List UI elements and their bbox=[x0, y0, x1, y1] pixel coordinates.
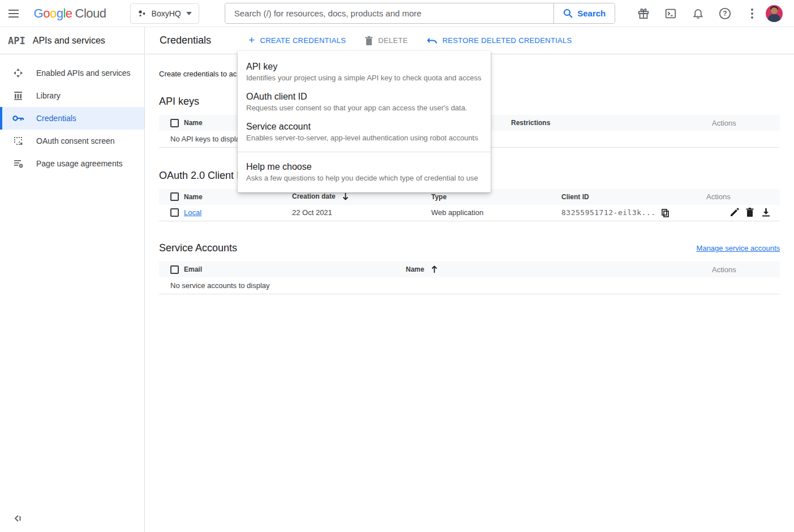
consent-screen-icon bbox=[12, 135, 24, 147]
api-product-logo: API bbox=[8, 35, 25, 46]
more-options-icon[interactable] bbox=[745, 7, 759, 20]
row-actions-cell bbox=[706, 205, 780, 221]
topbar-icons: ? bbox=[637, 7, 759, 20]
menu-item-title: Help me choose bbox=[246, 162, 482, 172]
sidebar-item-label: Library bbox=[36, 91, 61, 100]
menu-item-help-me-choose[interactable]: Help me choose Asks a few questions to h… bbox=[238, 157, 491, 187]
library-icon bbox=[12, 90, 24, 101]
menu-item-api-key[interactable]: API key Identifies your project using a … bbox=[238, 57, 491, 87]
google-cloud-logo[interactable]: Google Cloud bbox=[34, 6, 106, 21]
create-credentials-button[interactable]: + CREATE CREDENTIALS bbox=[248, 35, 346, 46]
svg-text:?: ? bbox=[723, 10, 727, 18]
logo-letter: e bbox=[66, 6, 72, 21]
key-icon bbox=[12, 113, 24, 124]
client-name-cell: Local bbox=[184, 205, 292, 221]
avatar-graphic bbox=[768, 14, 780, 22]
undo-arrow-icon bbox=[427, 37, 437, 45]
sidebar-item-credentials[interactable]: Credentials bbox=[0, 107, 144, 130]
sidebar-item-oauth-consent[interactable]: OAuth consent screen bbox=[0, 130, 144, 152]
row-checkbox[interactable] bbox=[170, 208, 179, 217]
client-id-cell: 83255951712-eil3k... bbox=[561, 205, 706, 221]
plus-icon: + bbox=[248, 35, 255, 45]
sidebar-item-label: OAuth consent screen bbox=[36, 136, 115, 145]
menu-item-description: Enables server-to-server, app-level auth… bbox=[246, 134, 482, 142]
top-bar: Google Cloud BoxyHQ Search ? bbox=[0, 0, 794, 27]
row-checkbox-cell bbox=[159, 205, 184, 221]
sidebar-item-label: Credentials bbox=[36, 114, 76, 123]
download-icon[interactable] bbox=[762, 208, 772, 218]
sidebar-nav: Enabled APIs and services Library Creden… bbox=[0, 54, 144, 175]
column-header-email[interactable]: Email bbox=[184, 261, 406, 277]
notifications-bell-icon[interactable] bbox=[691, 7, 705, 20]
sidebar: API APIs and services Enabled APIs and s… bbox=[0, 27, 145, 532]
collapse-sidebar-icon[interactable] bbox=[14, 514, 23, 523]
cloud-shell-icon[interactable] bbox=[664, 7, 677, 20]
search-input[interactable] bbox=[225, 3, 554, 23]
logo-letter: o bbox=[43, 6, 50, 21]
trash-icon bbox=[365, 36, 373, 45]
select-all-checkbox[interactable] bbox=[170, 119, 179, 127]
global-search: Search bbox=[225, 3, 616, 24]
menu-item-title: OAuth client ID bbox=[246, 92, 482, 102]
gift-icon[interactable] bbox=[637, 7, 650, 20]
service-accounts-section: Service Accounts Manage service accounts… bbox=[159, 242, 780, 294]
sidebar-item-label: Enabled APIs and services bbox=[36, 68, 131, 78]
menu-item-description: Requests user consent so that your app c… bbox=[246, 104, 482, 112]
column-header-actions: Actions bbox=[712, 115, 780, 131]
name-label: Name bbox=[406, 265, 424, 273]
sort-descending-icon bbox=[342, 193, 349, 200]
sidebar-item-page-usage[interactable]: Page usage agreements bbox=[0, 152, 144, 175]
sidebar-item-library[interactable]: Library bbox=[0, 84, 144, 107]
menu-item-service-account[interactable]: Service account Enables server-to-server… bbox=[238, 117, 491, 147]
logo-letter: g bbox=[57, 6, 63, 21]
column-header-restrictions[interactable]: Restrictions bbox=[511, 115, 712, 131]
header-checkbox-cell bbox=[159, 261, 184, 277]
column-header-client-id[interactable]: Client ID bbox=[561, 189, 706, 205]
sort-ascending-icon bbox=[431, 265, 437, 273]
column-header-name[interactable]: Name bbox=[406, 261, 712, 277]
restore-deleted-credentials-label: RESTORE DELETED CREDENTIALS bbox=[443, 36, 572, 45]
creation-date-cell: 22 Oct 2021 bbox=[292, 205, 431, 221]
search-button[interactable]: Search bbox=[553, 3, 615, 23]
menu-item-title: Service account bbox=[246, 122, 482, 132]
client-name-link[interactable]: Local bbox=[184, 208, 201, 217]
select-all-checkbox[interactable] bbox=[170, 192, 179, 201]
copy-icon[interactable] bbox=[662, 209, 669, 217]
project-icon bbox=[138, 9, 147, 18]
delete-label: DELETE bbox=[378, 36, 407, 45]
restore-deleted-credentials-button[interactable]: RESTORE DELETED CREDENTIALS bbox=[427, 36, 572, 45]
sidebar-item-label: Page usage agreements bbox=[36, 159, 123, 168]
sidebar-header: API APIs and services bbox=[0, 27, 144, 54]
header-checkbox-cell bbox=[159, 189, 184, 205]
creation-date-label: Creation date bbox=[292, 192, 336, 200]
user-avatar[interactable] bbox=[766, 5, 783, 22]
project-selector[interactable]: BoxyHQ bbox=[130, 3, 199, 24]
edit-pencil-icon[interactable] bbox=[730, 208, 740, 218]
sidebar-item-enabled-apis[interactable]: Enabled APIs and services bbox=[0, 62, 144, 84]
search-icon bbox=[563, 8, 573, 18]
dashboard-icon bbox=[12, 67, 24, 79]
create-credentials-label: CREATE CREDENTIALS bbox=[260, 36, 346, 45]
logo-letter: G bbox=[34, 6, 44, 21]
page-title: Credentials bbox=[160, 35, 211, 46]
manage-service-accounts-link[interactable]: Manage service accounts bbox=[697, 244, 780, 252]
delete-trash-icon[interactable] bbox=[746, 208, 756, 218]
header-checkbox-cell bbox=[159, 115, 184, 131]
hamburger-menu-icon[interactable] bbox=[0, 0, 27, 27]
project-name: BoxyHQ bbox=[152, 9, 181, 18]
oauth-clients-table: Name Creation date Type Client ID Action… bbox=[159, 189, 780, 222]
logo-letter: o bbox=[50, 6, 57, 21]
menu-divider bbox=[238, 152, 491, 152]
menu-item-oauth-client-id[interactable]: OAuth client ID Requests user consent so… bbox=[238, 87, 491, 117]
help-icon[interactable]: ? bbox=[718, 7, 732, 20]
table-row: Local 22 Oct 2021 Web application 832559… bbox=[159, 205, 780, 221]
delete-button[interactable]: DELETE bbox=[365, 36, 407, 45]
menu-item-title: API key bbox=[246, 62, 482, 72]
chevron-down-icon bbox=[186, 12, 192, 15]
menu-item-description: Identifies your project using a simple A… bbox=[246, 74, 482, 82]
client-id-value: 83255951712-eil3k... bbox=[561, 208, 656, 217]
column-header-actions: Actions bbox=[706, 189, 780, 205]
select-all-checkbox[interactable] bbox=[170, 265, 179, 274]
avatar-graphic bbox=[771, 7, 778, 14]
agreements-icon bbox=[12, 158, 24, 169]
